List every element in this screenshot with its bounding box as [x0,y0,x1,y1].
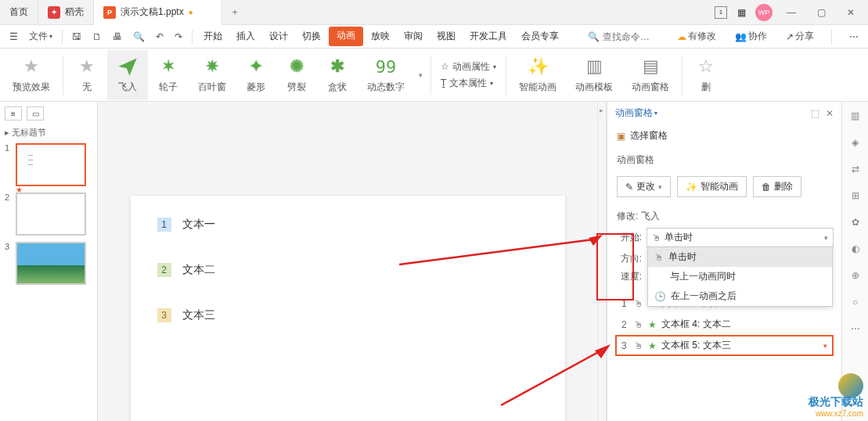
menu-transition[interactable]: 切换 [296,27,327,46]
command-search[interactable]: 🔍 [582,29,663,45]
anim-template[interactable]: ▥ 动画模板 [566,50,622,100]
start-select[interactable]: 🖱 单击时 ▾ 🖱单击时 与上一动画同时 🕒在上一动画之后 [646,228,834,247]
thumb-2[interactable] [16,193,86,236]
collab-button[interactable]: 👥协作 [730,28,772,45]
side-ic-8[interactable]: ○ [848,294,863,310]
delete-button[interactable]: 🗑删除 [753,176,801,197]
print-button[interactable]: 🖶 [108,30,127,44]
canvas[interactable]: 1 文本一 2 文本二 3 文本三 [98,102,597,421]
anim-item-2[interactable]: 2 🖱 ★ 文本框 4: 文本二 [615,314,834,335]
side-ic-1[interactable]: ▥ [848,108,863,124]
avatar[interactable]: WP [755,4,773,21]
clock-icon: 🕒 [654,291,666,302]
thumb-view-modes: ≡ ▭ [5,106,92,121]
delete-anim[interactable]: ☆ 删 [686,50,726,100]
effect-split[interactable]: ✺ 劈裂 [276,50,317,100]
change-button[interactable]: ✎更改▾ [617,176,671,197]
search-input[interactable] [603,31,657,42]
menu-design[interactable]: 设计 [263,27,294,46]
star-icon: ✺ [286,56,308,77]
anim-pane-btn[interactable]: ▤ 动画窗格 [622,50,679,100]
start-value: 单击时 [665,231,693,244]
new-button[interactable]: 🗋 [88,30,106,44]
menu-button[interactable]: ☰ [5,30,23,44]
thumb-mode[interactable]: ▭ [27,106,44,121]
preview-button[interactable]: 🔍 [128,30,149,44]
effect-diamond[interactable]: ✦ 菱形 [236,50,276,100]
menu-show[interactable]: 放映 [365,27,396,46]
opt-after-prev[interactable]: 🕒在上一动画之后 [648,286,832,306]
mouse-icon: 🖱 [634,319,643,330]
menu-start[interactable]: 开始 [197,27,229,46]
preview-effect[interactable]: ★ 预览效果 [3,50,59,100]
more-button[interactable]: ⋯ [845,30,863,44]
thumb-1[interactable]: ——— ★ [16,143,86,186]
side-ic-7[interactable]: ⊕ [848,268,863,283]
save-button[interactable]: 🖫 [67,30,86,44]
pane-header: 动画窗格 ▾ ⬚ ✕ [607,102,841,124]
effect-box[interactable]: ✱ 盒状 [317,50,358,100]
thumb-3[interactable] [16,242,86,285]
tab-dock[interactable]: ✦ 稻壳 [38,0,94,25]
tab-home[interactable]: 首页 [0,0,38,25]
menu-vip[interactable]: 会员专享 [515,27,565,46]
smart-anim[interactable]: ✨ 智能动画 [510,50,566,100]
effect-wheel[interactable]: ✶ 轮子 [148,50,189,100]
text-icon: Ṯ [441,77,446,88]
file-menu[interactable]: 文件 ▾ [24,28,57,45]
redo-button[interactable]: ↷ [170,30,187,44]
menu-devtools[interactable]: 开发工具 [463,27,513,46]
minimize-button[interactable]: — [780,3,802,22]
smart-anim-button[interactable]: ✨智能动画 [677,176,747,197]
effect-flyin[interactable]: 飞入 [107,50,148,100]
effect-blinds[interactable]: ✷ 百叶窗 [189,50,236,100]
effect-dyn-num[interactable]: 99 动态数字 [358,50,414,100]
tab-document[interactable]: P 演示文稿1.pptx ● [94,0,222,25]
effects-more[interactable]: ▾ [414,70,427,81]
thumb-2-row: 2 [5,193,92,236]
pane-label: 动画窗格 [607,147,841,173]
menu-view[interactable]: 视图 [430,27,462,46]
side-ic-2[interactable]: ◈ [848,135,863,150]
apps-icon[interactable]: ▦ [735,6,747,19]
main-area: ≡ ▭ ▸ 无标题节 1 ——— ★ 2 3 1 文本一 2 [0,102,868,421]
side-ic-9[interactable]: ⋯ [848,321,863,336]
menu-animation[interactable]: 动画 [329,27,363,46]
close-button[interactable]: ✕ [840,3,862,22]
slide-item-1[interactable]: 1 文本一 [157,218,538,232]
effect-none[interactable]: ★ 无 [67,50,107,100]
menu-insert[interactable]: 插入 [230,27,261,46]
side-ic-3[interactable]: ⇄ [848,161,863,177]
anim-properties[interactable]: ☆动画属性▾ [441,60,496,74]
slide-item-3[interactable]: 3 文本三 [157,308,538,322]
panel-resize[interactable] [597,102,607,421]
layout-icon[interactable]: 1 [715,6,727,19]
item-dropdown[interactable]: ▾ [823,342,827,350]
maximize-button[interactable]: ▢ [810,3,832,22]
tab-add[interactable]: ＋ [222,0,247,25]
slide-item-2[interactable]: 2 文本二 [157,263,538,277]
undo-button[interactable]: ↶ [151,30,168,44]
slide[interactable]: 1 文本一 2 文本二 3 文本三 [131,196,565,421]
side-ic-4[interactable]: ⊞ [848,188,863,203]
share-icon: ↗ [786,31,794,42]
section-title[interactable]: ▸ 无标题节 [5,127,92,139]
outline-mode[interactable]: ≡ [5,106,22,121]
text-properties[interactable]: Ṯ文本属性▾ [441,77,496,90]
side-ic-6[interactable]: ◐ [848,241,863,257]
opt-with-prev[interactable]: 与上一动画同时 [648,267,832,286]
animation-pane: 动画窗格 ▾ ⬚ ✕ ▣ 选择窗格 动画窗格 ✎更改▾ ✨智能动画 🗑删除 修改… [607,102,841,421]
menu-review[interactable]: 审阅 [398,27,429,46]
has-changes[interactable]: ☁有修改 [672,28,721,45]
opt-click[interactable]: 🖱单击时 [648,247,832,267]
anim-item-3[interactable]: 3 🖱 ★ 文本框 5: 文本三 ▾ [615,335,834,356]
tab-dock-label: 稻壳 [65,5,84,19]
search-icon: 🔍 [588,31,600,42]
share-button[interactable]: ↗分享 [781,28,819,45]
side-ic-5[interactable]: ✿ [848,214,863,230]
pane-close[interactable]: ✕ [826,108,834,119]
trash-icon: 🗑 [762,182,771,193]
text-1: 文本一 [182,218,215,232]
select-pane-row[interactable]: ▣ 选择窗格 [607,124,841,147]
detach-icon[interactable]: ⬚ [811,108,819,119]
